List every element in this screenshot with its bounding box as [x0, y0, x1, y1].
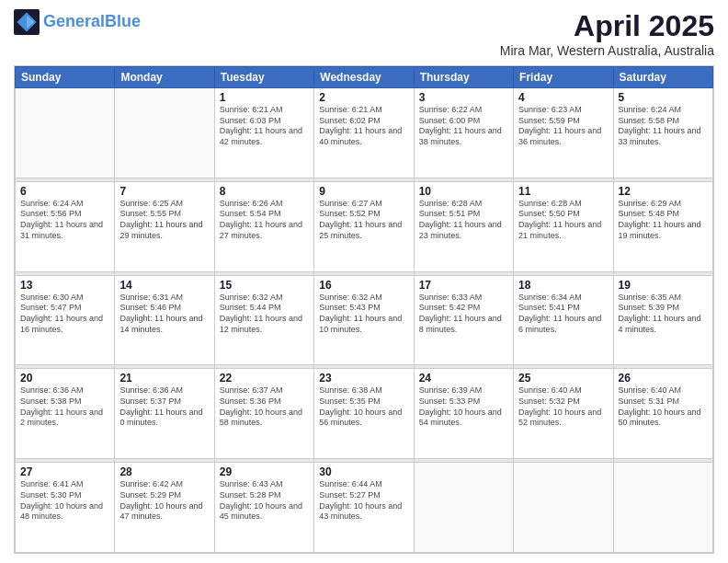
- day-info: Sunrise: 6:21 AM Sunset: 6:02 PM Dayligh…: [319, 105, 408, 148]
- day-cell-2-6: 19Sunrise: 6:35 AM Sunset: 5:39 PM Dayli…: [613, 275, 712, 365]
- col-thursday: Thursday: [414, 67, 513, 88]
- day-info: Sunrise: 6:43 AM Sunset: 5:28 PM Dayligh…: [220, 479, 309, 523]
- title-block: April 2025 Mira Mar, Western Australia, …: [500, 9, 714, 58]
- day-cell-3-6: 26Sunrise: 6:40 AM Sunset: 5:31 PM Dayli…: [613, 369, 712, 459]
- day-cell-0-1: [115, 88, 214, 178]
- day-info: Sunrise: 6:27 AM Sunset: 5:52 PM Dayligh…: [319, 199, 408, 242]
- day-number: 8: [220, 185, 309, 198]
- week-row-2: 6Sunrise: 6:24 AM Sunset: 5:56 PM Daylig…: [16, 181, 713, 271]
- day-number: 14: [119, 279, 209, 292]
- day-cell-4-4: [414, 463, 513, 553]
- col-saturday: Saturday: [613, 67, 712, 88]
- day-info: Sunrise: 6:40 AM Sunset: 5:32 PM Dayligh…: [518, 385, 608, 429]
- month-title: April 2025: [500, 9, 714, 43]
- day-number: 17: [419, 279, 508, 292]
- col-monday: Monday: [115, 67, 214, 88]
- day-cell-4-1: 28Sunrise: 6:42 AM Sunset: 5:29 PM Dayli…: [115, 463, 214, 553]
- day-info: Sunrise: 6:32 AM Sunset: 5:44 PM Dayligh…: [220, 293, 309, 336]
- day-info: Sunrise: 6:23 AM Sunset: 5:59 PM Dayligh…: [518, 105, 608, 148]
- day-info: Sunrise: 6:40 AM Sunset: 5:31 PM Dayligh…: [619, 385, 708, 429]
- day-number: 15: [220, 279, 309, 292]
- day-info: Sunrise: 6:25 AM Sunset: 5:55 PM Dayligh…: [119, 199, 209, 242]
- day-cell-0-0: [16, 88, 115, 178]
- day-info: Sunrise: 6:42 AM Sunset: 5:29 PM Dayligh…: [119, 479, 209, 523]
- day-number: 3: [419, 91, 508, 104]
- day-info: Sunrise: 6:24 AM Sunset: 5:56 PM Dayligh…: [20, 199, 109, 242]
- day-number: 1: [220, 91, 309, 104]
- day-cell-4-3: 30Sunrise: 6:44 AM Sunset: 5:27 PM Dayli…: [314, 463, 414, 553]
- day-cell-1-3: 9Sunrise: 6:27 AM Sunset: 5:52 PM Daylig…: [314, 181, 414, 271]
- col-friday: Friday: [514, 67, 613, 88]
- day-cell-1-2: 8Sunrise: 6:26 AM Sunset: 5:54 PM Daylig…: [214, 181, 313, 271]
- logo-icon: [14, 9, 40, 35]
- day-number: 28: [119, 465, 209, 478]
- day-info: Sunrise: 6:39 AM Sunset: 5:33 PM Dayligh…: [419, 385, 508, 429]
- week-row-5: 27Sunrise: 6:41 AM Sunset: 5:30 PM Dayli…: [16, 463, 713, 553]
- day-number: 16: [319, 279, 408, 292]
- day-info: Sunrise: 6:33 AM Sunset: 5:42 PM Dayligh…: [419, 293, 508, 336]
- day-info: Sunrise: 6:26 AM Sunset: 5:54 PM Dayligh…: [220, 199, 309, 242]
- day-number: 22: [220, 372, 309, 385]
- day-info: Sunrise: 6:29 AM Sunset: 5:48 PM Dayligh…: [619, 199, 708, 242]
- day-number: 21: [119, 372, 209, 385]
- day-cell-0-5: 4Sunrise: 6:23 AM Sunset: 5:59 PM Daylig…: [514, 88, 613, 178]
- day-number: 11: [518, 185, 608, 198]
- calendar: Sunday Monday Tuesday Wednesday Thursday…: [14, 65, 714, 554]
- day-cell-3-3: 23Sunrise: 6:38 AM Sunset: 5:35 PM Dayli…: [314, 369, 414, 459]
- day-info: Sunrise: 6:36 AM Sunset: 5:38 PM Dayligh…: [20, 385, 109, 429]
- day-number: 6: [20, 185, 109, 198]
- day-number: 2: [319, 91, 408, 104]
- day-cell-1-6: 12Sunrise: 6:29 AM Sunset: 5:48 PM Dayli…: [613, 181, 712, 271]
- week-row-3: 13Sunrise: 6:30 AM Sunset: 5:47 PM Dayli…: [16, 275, 713, 365]
- logo-line1: General: [43, 12, 105, 30]
- day-cell-2-2: 15Sunrise: 6:32 AM Sunset: 5:44 PM Dayli…: [214, 275, 313, 365]
- day-cell-0-6: 5Sunrise: 6:24 AM Sunset: 5:58 PM Daylig…: [613, 88, 712, 178]
- day-cell-4-5: [514, 463, 613, 553]
- day-cell-1-1: 7Sunrise: 6:25 AM Sunset: 5:55 PM Daylig…: [115, 181, 214, 271]
- day-number: 29: [220, 465, 309, 478]
- day-info: Sunrise: 6:24 AM Sunset: 5:58 PM Dayligh…: [619, 105, 708, 148]
- page: GeneralBlue April 2025 Mira Mar, Western…: [0, 0, 728, 563]
- day-cell-1-5: 11Sunrise: 6:28 AM Sunset: 5:50 PM Dayli…: [514, 181, 613, 271]
- day-cell-3-5: 25Sunrise: 6:40 AM Sunset: 5:32 PM Dayli…: [514, 369, 613, 459]
- day-number: 12: [619, 185, 708, 198]
- col-wednesday: Wednesday: [314, 67, 414, 88]
- day-number: 5: [619, 91, 708, 104]
- day-info: Sunrise: 6:32 AM Sunset: 5:43 PM Dayligh…: [319, 293, 408, 336]
- day-number: 7: [119, 185, 209, 198]
- logo-line2: Blue: [105, 12, 141, 30]
- day-cell-4-0: 27Sunrise: 6:41 AM Sunset: 5:30 PM Dayli…: [16, 463, 115, 553]
- day-number: 20: [20, 372, 109, 385]
- subtitle: Mira Mar, Western Australia, Australia: [500, 43, 714, 58]
- day-info: Sunrise: 6:22 AM Sunset: 6:00 PM Dayligh…: [419, 105, 508, 148]
- day-info: Sunrise: 6:38 AM Sunset: 5:35 PM Dayligh…: [319, 385, 408, 429]
- col-sunday: Sunday: [16, 67, 115, 88]
- day-number: 13: [20, 279, 109, 292]
- day-cell-1-0: 6Sunrise: 6:24 AM Sunset: 5:56 PM Daylig…: [16, 181, 115, 271]
- day-number: 24: [419, 372, 508, 385]
- day-info: Sunrise: 6:28 AM Sunset: 5:51 PM Dayligh…: [419, 199, 508, 242]
- day-cell-3-1: 21Sunrise: 6:36 AM Sunset: 5:37 PM Dayli…: [115, 369, 214, 459]
- day-number: 9: [319, 185, 408, 198]
- day-info: Sunrise: 6:35 AM Sunset: 5:39 PM Dayligh…: [619, 293, 708, 336]
- calendar-table: Sunday Monday Tuesday Wednesday Thursday…: [15, 66, 713, 553]
- day-cell-2-5: 18Sunrise: 6:34 AM Sunset: 5:41 PM Dayli…: [514, 275, 613, 365]
- day-info: Sunrise: 6:21 AM Sunset: 6:03 PM Dayligh…: [220, 105, 309, 148]
- day-info: Sunrise: 6:28 AM Sunset: 5:50 PM Dayligh…: [518, 199, 608, 242]
- week-row-4: 20Sunrise: 6:36 AM Sunset: 5:38 PM Dayli…: [16, 369, 713, 459]
- logo: GeneralBlue: [14, 9, 141, 35]
- day-number: 27: [20, 465, 109, 478]
- day-cell-2-3: 16Sunrise: 6:32 AM Sunset: 5:43 PM Dayli…: [314, 275, 414, 365]
- logo-text: GeneralBlue: [43, 13, 141, 31]
- day-number: 10: [419, 185, 508, 198]
- day-cell-2-1: 14Sunrise: 6:31 AM Sunset: 5:46 PM Dayli…: [115, 275, 214, 365]
- day-info: Sunrise: 6:37 AM Sunset: 5:36 PM Dayligh…: [220, 385, 309, 429]
- day-cell-2-4: 17Sunrise: 6:33 AM Sunset: 5:42 PM Dayli…: [414, 275, 513, 365]
- day-info: Sunrise: 6:30 AM Sunset: 5:47 PM Dayligh…: [20, 293, 109, 336]
- week-row-1: 1Sunrise: 6:21 AM Sunset: 6:03 PM Daylig…: [16, 88, 713, 178]
- day-cell-3-2: 22Sunrise: 6:37 AM Sunset: 5:36 PM Dayli…: [214, 369, 313, 459]
- day-cell-4-2: 29Sunrise: 6:43 AM Sunset: 5:28 PM Dayli…: [214, 463, 313, 553]
- day-number: 19: [619, 279, 708, 292]
- day-number: 18: [518, 279, 608, 292]
- col-tuesday: Tuesday: [214, 67, 313, 88]
